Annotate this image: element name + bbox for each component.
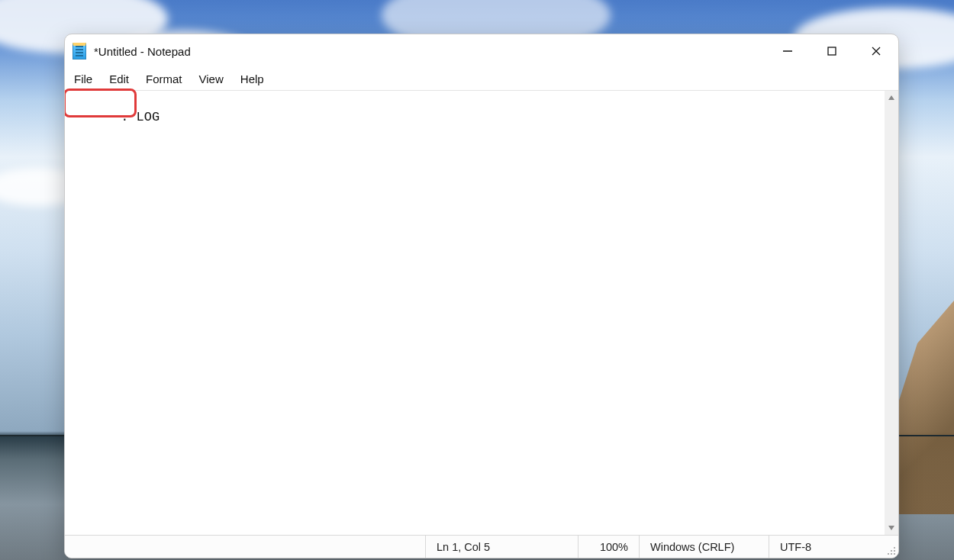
scroll-down-button[interactable] xyxy=(885,521,898,535)
svg-point-10 xyxy=(891,553,892,555)
window-controls xyxy=(765,34,898,68)
menu-format[interactable]: Format xyxy=(144,71,184,87)
menu-help[interactable]: Help xyxy=(239,71,266,87)
close-button[interactable] xyxy=(854,34,898,68)
status-line-ending: Windows (CRLF) xyxy=(639,536,769,558)
chevron-down-icon xyxy=(888,524,895,532)
vertical-scrollbar[interactable] xyxy=(885,91,898,535)
chevron-up-icon xyxy=(888,94,895,101)
scroll-up-button[interactable] xyxy=(885,91,898,105)
notepad-window: *Untitled - Notepad File Edit Format Vie… xyxy=(64,34,899,558)
menu-file[interactable]: File xyxy=(73,71,94,87)
menu-edit[interactable]: Edit xyxy=(108,71,131,87)
maximize-button[interactable] xyxy=(810,34,854,68)
svg-point-11 xyxy=(894,553,895,555)
title-bar[interactable]: *Untitled - Notepad xyxy=(65,34,898,68)
maximize-icon xyxy=(827,46,837,56)
menu-bar: File Edit Format View Help xyxy=(65,68,898,91)
status-encoding: UTF-8 xyxy=(769,536,883,558)
status-position: Ln 1, Col 5 xyxy=(425,536,578,558)
svg-point-6 xyxy=(894,547,895,549)
status-bar: Ln 1, Col 5 100% Windows (CRLF) UTF-8 xyxy=(65,535,898,558)
editor-area: . LOG xyxy=(65,91,898,535)
svg-point-8 xyxy=(894,550,895,552)
svg-rect-1 xyxy=(828,47,836,55)
svg-point-7 xyxy=(891,550,892,552)
text-editor[interactable]: . LOG xyxy=(65,91,885,535)
svg-marker-4 xyxy=(888,95,894,100)
minimize-button[interactable] xyxy=(765,34,810,68)
status-zoom: 100% xyxy=(578,536,639,558)
minimize-icon xyxy=(782,46,793,56)
window-title: *Untitled - Notepad xyxy=(94,45,191,58)
close-icon xyxy=(871,46,881,56)
editor-content: . LOG xyxy=(121,110,160,124)
resize-grip[interactable] xyxy=(883,536,898,558)
notepad-icon xyxy=(73,43,86,60)
resize-grip-icon xyxy=(887,546,896,555)
menu-view[interactable]: View xyxy=(198,71,225,87)
svg-point-9 xyxy=(888,553,889,555)
svg-marker-5 xyxy=(888,526,894,530)
